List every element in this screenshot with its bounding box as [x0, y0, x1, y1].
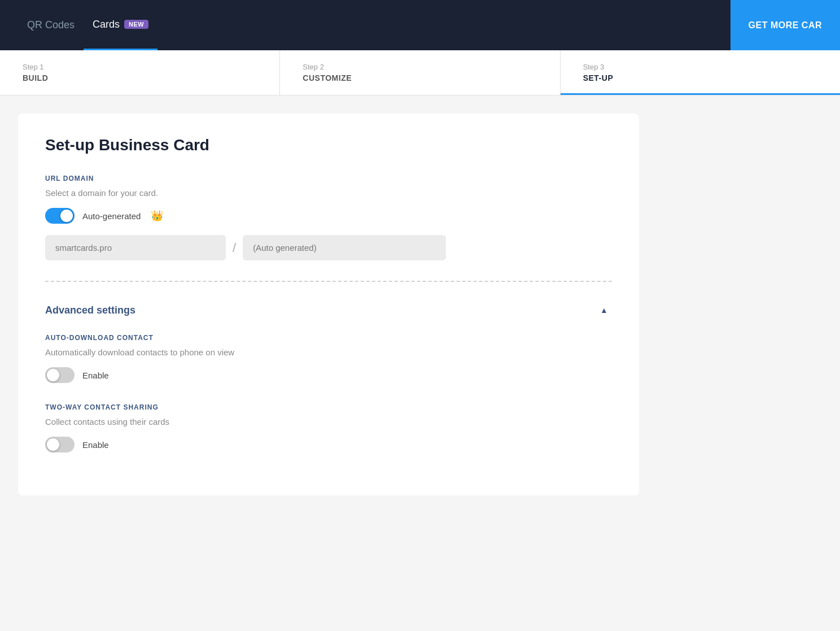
url-domain-section: URL DOMAIN Select a domain for your card…: [45, 175, 612, 260]
auto-generated-toggle[interactable]: [45, 208, 75, 224]
step-3-number: Step 3: [583, 63, 817, 71]
chevron-up-icon: [596, 302, 612, 318]
step-2-label: CUSTOMIZE: [303, 73, 537, 82]
two-way-section: TWO-WAY CONTACT SHARING Collect contacts…: [45, 403, 612, 452]
step-2[interactable]: Step 2 CUSTOMIZE: [280, 50, 560, 95]
url-domain-label: URL DOMAIN: [45, 175, 612, 182]
crown-icon: 👑: [151, 210, 163, 222]
advanced-settings: Advanced settings AUTO-DOWNLOAD CONTACT …: [45, 302, 612, 452]
auto-download-label: AUTO-DOWNLOAD CONTACT: [45, 334, 612, 342]
step-1-number: Step 1: [23, 63, 257, 71]
advanced-settings-title: Advanced settings: [45, 304, 135, 316]
top-nav: QR Codes Cards NEW GET MORE CAR: [0, 0, 840, 50]
auto-download-enable-label: Enable: [82, 371, 109, 380]
card-panel: Set-up Business Card URL DOMAIN Select a…: [18, 114, 639, 495]
page-title: Set-up Business Card: [45, 136, 612, 154]
nav-cards-label: Cards: [93, 19, 120, 31]
get-more-button[interactable]: GET MORE CAR: [730, 0, 840, 50]
step-1[interactable]: Step 1 BUILD: [0, 50, 280, 95]
two-way-toggle[interactable]: [45, 437, 75, 452]
auto-download-toggle[interactable]: [45, 367, 75, 383]
dashed-divider: [45, 281, 612, 282]
url-slash: /: [233, 241, 236, 255]
domain-input[interactable]: [45, 235, 226, 260]
url-row: /: [45, 235, 612, 260]
step-2-number: Step 2: [303, 63, 537, 71]
steps-bar: Step 1 BUILD Step 2 CUSTOMIZE Step 3 SET…: [0, 50, 840, 95]
nav-qr-codes-label: QR Codes: [27, 19, 75, 31]
auto-download-section: AUTO-DOWNLOAD CONTACT Automatically down…: [45, 334, 612, 383]
url-domain-desc: Select a domain for your card.: [45, 188, 612, 198]
step-1-label: BUILD: [23, 73, 257, 82]
path-input[interactable]: [243, 235, 446, 260]
toggle-thumb: [60, 210, 73, 222]
step-3-label: SET-UP: [583, 73, 817, 82]
auto-generated-label: Auto-generated: [82, 211, 141, 221]
nav-cards[interactable]: Cards NEW: [84, 0, 158, 50]
two-way-desc: Collect contacts using their cards: [45, 417, 612, 427]
main-content: Set-up Business Card URL DOMAIN Select a…: [0, 95, 840, 631]
advanced-settings-header[interactable]: Advanced settings: [45, 302, 612, 318]
two-way-enable-label: Enable: [82, 440, 109, 450]
step-3[interactable]: Step 3 SET-UP: [561, 50, 840, 95]
two-way-toggle-row: Enable: [45, 437, 612, 452]
auto-download-desc: Automatically download contacts to phone…: [45, 347, 612, 357]
auto-generated-toggle-row: Auto-generated 👑: [45, 208, 612, 224]
auto-download-toggle-row: Enable: [45, 367, 612, 383]
nav-qr-codes[interactable]: QR Codes: [18, 0, 84, 50]
two-way-toggle-thumb: [47, 438, 59, 451]
two-way-label: TWO-WAY CONTACT SHARING: [45, 403, 612, 411]
auto-download-toggle-thumb: [47, 369, 59, 381]
cards-new-badge: NEW: [124, 20, 148, 29]
